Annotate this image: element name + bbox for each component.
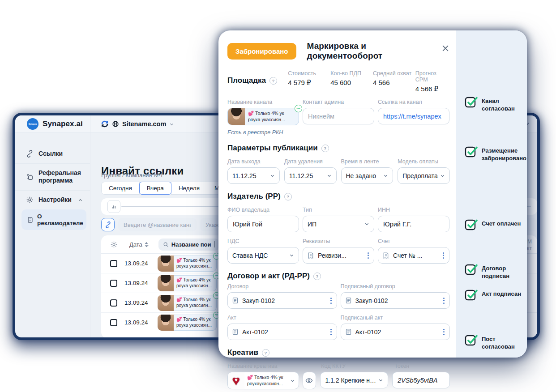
tab-week[interactable]: Неделя	[171, 182, 207, 195]
checklist-item-contract-signed[interactable]: Договор подписан	[465, 262, 523, 280]
brand: Synapex Synapex.ai	[15, 118, 86, 130]
creative-name-label: Название креатива	[227, 363, 296, 369]
signed-act-file[interactable]: Акт-0102	[341, 324, 450, 340]
booked-status-button[interactable]: Забронировано	[227, 43, 296, 60]
sidebar-item-settings[interactable]: Настройки	[15, 191, 90, 209]
feed-time-select[interactable]: Не задано	[341, 167, 393, 184]
chevron-down-icon	[383, 173, 388, 178]
help-icon[interactable]: ?	[284, 193, 292, 200]
publication-heading: Параметры публикации ?	[227, 144, 450, 153]
kebab-menu-icon[interactable]	[442, 251, 445, 260]
contract-file[interactable]: Закуп-0102	[227, 292, 337, 309]
channel-chip[interactable]: 💕 Только 4% ук роука укассиян... РКН	[158, 315, 217, 331]
requisites-file[interactable]: Реквизи...	[303, 247, 374, 264]
tab-yesterday[interactable]: Вчера	[139, 182, 171, 195]
type-select[interactable]: ИП	[303, 216, 374, 232]
help-icon[interactable]: ?	[262, 349, 269, 357]
kebab-menu-icon[interactable]	[367, 251, 370, 260]
kebab-menu-icon[interactable]	[442, 328, 445, 336]
creative-select[interactable]: ♥♥ 💕 Только 4% ук роукаукассиян...	[227, 372, 299, 389]
chevron-down-icon	[364, 222, 369, 226]
channel-chip[interactable]: 💕 Только 4% ук роука укассиян... РКН	[158, 295, 217, 311]
search-query: Название пои	[171, 241, 211, 248]
platform-heading: Площадка ?	[227, 70, 288, 85]
channel-chip[interactable]: 💕 Только 4% ук роука укассиян... РКН	[227, 108, 299, 125]
kebab-menu-icon[interactable]	[329, 328, 333, 336]
stat-cost: Стоимость 4 579 ₽	[288, 70, 330, 87]
channel-chip[interactable]: 💕 Только 4% ук роука укассиян... РКН	[158, 275, 217, 291]
sidebar-item-label: Ссылки	[38, 150, 63, 158]
sidebar-item-label: О рекламодателе	[37, 213, 83, 226]
channel-link-input[interactable]	[378, 108, 449, 124]
kktu-select[interactable]: 1.1.2 Крепкие на...	[320, 372, 388, 388]
checklist-item-channel-approved[interactable]: Канал согласован	[465, 95, 523, 113]
gear-icon	[26, 196, 34, 204]
invite-link-button[interactable]	[101, 218, 115, 231]
receipt-icon	[307, 252, 314, 259]
help-icon[interactable]: ?	[269, 77, 277, 85]
owner-input[interactable]	[227, 216, 299, 232]
channel-avatar	[158, 315, 174, 331]
referral-icon	[26, 173, 34, 181]
checklist-item-placement-booked[interactable]: Размещение забронировано	[465, 145, 523, 162]
chevron-down-icon	[440, 173, 445, 178]
bar-chart-button[interactable]	[107, 200, 120, 213]
rkn-registry-note[interactable]: Есть в реестре РКН	[227, 129, 450, 136]
date-sort-control[interactable]: Дата	[129, 241, 149, 248]
inn-input[interactable]	[378, 216, 449, 232]
signed-contract-label: Подписаный договор	[341, 283, 450, 290]
document-icon	[232, 297, 239, 304]
channel-name-input[interactable]	[118, 218, 197, 231]
act-label: Акт	[227, 315, 337, 321]
channel-chip[interactable]: 💕 Только 4% ук роука укассиян... РКН	[158, 256, 217, 272]
checklist-item-post-approved[interactable]: Пост согласован	[465, 333, 523, 351]
sidebar-item-advertiser[interactable]: О рекламодателе	[21, 209, 86, 230]
act-file[interactable]: Акт-0102	[227, 324, 337, 340]
link-icon	[26, 150, 34, 158]
sidebar: Ссылки Реферальная программа Настройки	[15, 132, 90, 337]
table-settings-gear-icon[interactable]	[110, 241, 118, 248]
row-date: 13.09.24	[124, 299, 152, 306]
chevron-down-icon	[289, 253, 294, 258]
signed-contract-file[interactable]: Закуп-0102	[341, 292, 450, 309]
workspace-selector[interactable]: Sitename.com	[101, 120, 174, 128]
account-file[interactable]: Счет № ...	[378, 247, 449, 264]
row-checkbox[interactable]	[110, 280, 117, 287]
vat-select[interactable]: Ставка НДС	[227, 247, 299, 264]
document-icon	[232, 328, 239, 335]
delete-date-select[interactable]: 11.12.25	[284, 167, 337, 184]
close-icon[interactable]	[441, 44, 450, 53]
payment-model-select[interactable]: Предоплата	[398, 167, 450, 184]
checklist-item-invoice-paid[interactable]: Счет оплачен	[465, 217, 523, 231]
help-icon[interactable]: ?	[321, 145, 329, 152]
channel-name: 💕 Только 4% ук роука укассиян...	[174, 275, 217, 291]
kktu-label: Код ККТУ	[321, 363, 386, 369]
payment-model-label: Модель оплаты	[398, 158, 450, 165]
help-icon[interactable]: ?	[313, 273, 321, 280]
type-label: Тип	[303, 207, 374, 213]
delete-date-label: Дата удаления	[284, 158, 337, 165]
token-input[interactable]	[392, 372, 450, 388]
publish-date-select[interactable]: 11.12.25	[227, 167, 280, 184]
sidebar-item-referral[interactable]: Реферальная программа	[15, 164, 90, 190]
sort-arrows-icon	[144, 242, 149, 247]
token-label: Токен	[394, 363, 450, 369]
row-checkbox[interactable]	[110, 319, 117, 326]
checked-checkbox-icon	[465, 95, 478, 108]
row-checkbox[interactable]	[110, 299, 117, 307]
row-checkbox[interactable]	[110, 260, 117, 267]
kebab-menu-icon[interactable]	[442, 297, 445, 305]
modal-checklist: Канал согласован Размещение забронирован…	[456, 30, 527, 358]
tab-today[interactable]: Сегодня	[101, 182, 140, 195]
preview-eye-button[interactable]	[303, 372, 316, 389]
vat-label: НДС	[227, 238, 299, 244]
checklist-item-act-signed[interactable]: Акт подписан	[465, 288, 523, 301]
table-search-input[interactable]: Название пои	[158, 239, 219, 251]
kebab-menu-icon[interactable]	[329, 297, 333, 305]
sidebar-item-links[interactable]: Ссылки	[15, 145, 90, 163]
owner-label: ФИО владельца	[227, 207, 299, 213]
admin-nickname-input[interactable]	[303, 108, 374, 124]
chevron-down-icon	[169, 122, 174, 127]
globe-icon	[112, 120, 119, 128]
channel-avatar	[158, 275, 174, 291]
